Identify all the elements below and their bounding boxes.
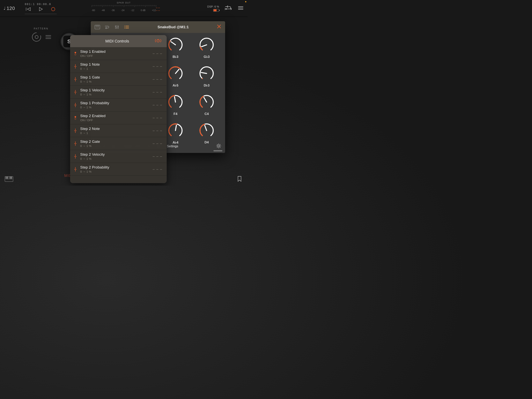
control-assignment: – – – [153, 103, 162, 107]
midi-control-row[interactable]: Step 2 Velocity 0 → 1 % – – – [70, 150, 167, 163]
slider-icon [73, 167, 77, 171]
rewind-button[interactable] [25, 6, 32, 13]
knob-7[interactable]: D4 [192, 122, 221, 145]
dsp-value: 6 % [214, 5, 219, 8]
svg-line-10 [202, 45, 207, 47]
svg-rect-20 [6, 176, 7, 179]
svg-rect-22 [10, 176, 11, 179]
control-assignment: – – – [153, 90, 162, 94]
tempo-block[interactable]: ♩ 120 [4, 6, 15, 11]
dsp-label: DSP: [207, 5, 214, 8]
midi-control-row[interactable]: Step 2 Probability 0 → 1 % – – – [70, 163, 167, 176]
status-block: DSP: 6 % [207, 5, 246, 12]
mixer-tab-icon[interactable] [114, 24, 120, 30]
tempo-value[interactable]: 120 [7, 6, 15, 11]
svg-point-7 [124, 27, 125, 27]
control-assignment: – – – [153, 129, 162, 133]
meter-tick-label: -48 [101, 9, 105, 12]
control-assignment: – – – [153, 64, 162, 68]
control-assignment: – – – [153, 167, 162, 171]
midi-control-row[interactable]: Step 2 Note 0 → 1 – – – [70, 124, 167, 137]
transport-position[interactable]: 001:1 00:00.0 [25, 3, 57, 6]
midi-control-row[interactable]: Step 1 Probability 0 → 1 % – – – [70, 99, 167, 111]
svg-line-16 [205, 125, 207, 130]
midi-control-row[interactable]: Step 2 Enabled ON / OFF – – – [70, 111, 167, 124]
quarter-note-icon: ♩ [4, 6, 6, 11]
pattern-menu-icon[interactable] [45, 35, 51, 39]
gear-icon[interactable] [216, 143, 222, 150]
svg-point-17 [218, 145, 220, 147]
keyboard-tab-icon[interactable] [95, 24, 100, 30]
control-title: Step 1 Note [80, 62, 150, 67]
control-subtitle: ON / OFF [80, 54, 150, 58]
meter-tick-label: +12 [152, 9, 156, 12]
midi-control-row[interactable]: Step 1 Note 0 → 1 – – – [70, 60, 167, 73]
slider-icon [73, 77, 77, 81]
route-tab-icon[interactable] [104, 24, 110, 30]
slider-icon [73, 103, 77, 107]
svg-point-4 [116, 27, 117, 28]
svg-line-13 [174, 97, 176, 102]
bookmark-icon[interactable] [237, 176, 242, 183]
control-title: Step 1 Probability [80, 101, 150, 105]
top-bar: ♩ 120 001:1 00:00.0 SPKR OUT -60-48-36-2… [0, 0, 247, 17]
play-button[interactable] [37, 6, 44, 13]
meter-scale: -60-48-36-24-120 dB+12 – –– – [92, 5, 156, 13]
slider-icon [73, 129, 77, 133]
control-title: Step 2 Enabled [80, 114, 150, 118]
knob-5[interactable]: C4 [192, 93, 221, 116]
meter-tick-label: 0 dB [141, 9, 146, 12]
control-title: Step 1 Enabled [80, 50, 150, 54]
dsp-status: DSP: 6 % [207, 5, 219, 12]
midi-control-row[interactable]: Step 2 Gate 0 → 1 % – – – [70, 137, 167, 150]
slider-icon [73, 154, 77, 159]
svg-point-1 [35, 35, 38, 39]
drag-handle[interactable] [213, 150, 222, 151]
control-title: Step 1 Gate [80, 75, 150, 79]
slider-icon [73, 90, 77, 94]
knob-label: G♭3 [192, 55, 221, 59]
list-tab-icon[interactable] [124, 24, 129, 30]
svg-point-5 [118, 26, 119, 27]
popover-header: MIDI Controls [70, 35, 167, 47]
midi-control-row[interactable]: Step 1 Enabled ON / OFF – – – [70, 47, 167, 60]
svg-point-8 [124, 28, 125, 29]
menu-icon[interactable] [238, 6, 244, 11]
output-meter[interactable]: SPKR OUT -60-48-36-24-120 dB+12 – –– – [92, 1, 156, 13]
pattern-label: PATTERN [31, 27, 51, 30]
midi-control-row[interactable]: Step 1 Velocity 0 → 1 % – – – [70, 86, 167, 99]
meter-tick-label: -60 [92, 9, 95, 12]
svg-rect-21 [7, 176, 8, 179]
pattern-selector[interactable] [31, 32, 42, 42]
record-button[interactable] [50, 6, 57, 13]
control-title: Step 2 Note [80, 127, 150, 131]
control-subtitle: 0 → 1 % [80, 80, 150, 83]
svg-point-0 [51, 7, 55, 11]
settings-label: Settings [167, 145, 178, 148]
toggle-icon [73, 116, 77, 120]
control-subtitle: 0 → 1 % [80, 144, 150, 148]
control-title: Step 2 Velocity [80, 152, 150, 157]
control-assignment: – – – [153, 154, 162, 158]
plugin-title: SnakeBud @M1:1 [133, 25, 213, 29]
knob-grid: B♭3 G♭3 A♭5 D♭3 F4 C4 A♭4 [161, 36, 221, 145]
midi-learn-icon[interactable] [154, 38, 162, 44]
control-title: Step 2 Probability [80, 165, 150, 169]
svg-line-11 [176, 69, 179, 73]
knob-3[interactable]: D♭3 [192, 65, 221, 87]
knob-label: C4 [192, 112, 221, 116]
slider-icon [73, 64, 77, 69]
pattern-block: PATTERN [31, 27, 51, 42]
control-subtitle: 0 → 1 [80, 131, 150, 135]
knob-1[interactable]: G♭3 [192, 36, 221, 59]
keyboard-icon[interactable] [5, 176, 13, 183]
svg-line-12 [201, 72, 207, 73]
close-button[interactable] [217, 24, 221, 30]
meter-tick-label: -24 [121, 9, 124, 12]
control-subtitle: ON / OFF [80, 118, 150, 122]
popover-title: MIDI Controls [80, 39, 154, 44]
midi-control-row[interactable]: Step 1 Gate 0 → 1 % – – – [70, 73, 167, 86]
control-subtitle: 0 → 1 % [80, 93, 150, 96]
routing-icon[interactable] [225, 5, 232, 12]
midi-controls-list[interactable]: Step 1 Enabled ON / OFF – – – Step 1 Not… [70, 47, 167, 183]
